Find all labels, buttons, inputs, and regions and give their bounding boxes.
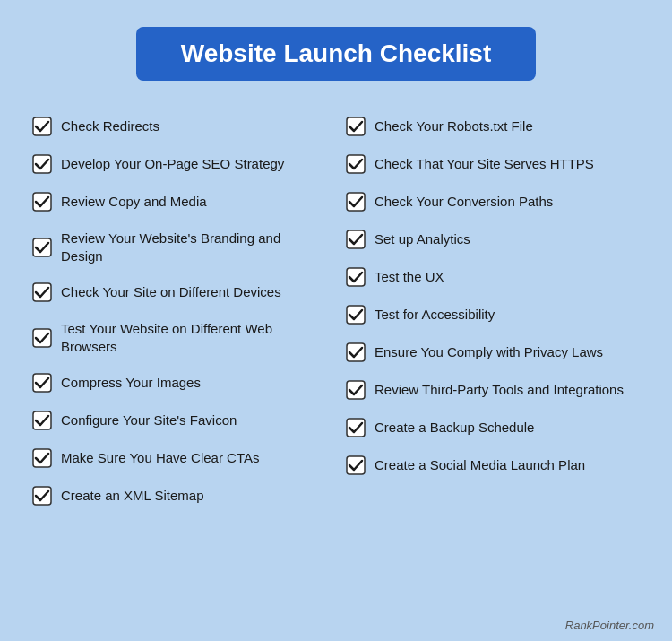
list-item: Test Your Website on Different Web Brows… <box>27 311 332 364</box>
list-item: Test for Accessibility <box>340 296 645 333</box>
checklist-container: Check Redirects Develop Your On-Page SEO… <box>0 99 672 515</box>
item-label: Create an XML Sitemap <box>61 487 204 505</box>
footer-label: RankPointer.com <box>565 619 654 632</box>
item-label: Test Your Website on Different Web Brows… <box>61 320 326 355</box>
item-label: Review Your Website's Branding and Desig… <box>61 230 326 264</box>
item-label: Ensure You Comply with Privacy Laws <box>375 343 603 361</box>
item-label: Check Redirects <box>61 117 159 135</box>
item-label: Review Copy and Media <box>61 193 207 211</box>
checkbox-icon <box>346 455 366 475</box>
right-column: Check Your Robots.txt File Check That Yo… <box>340 108 645 515</box>
item-label: Check Your Robots.txt File <box>375 117 533 135</box>
list-item: Review Third-Party Tools and Integration… <box>340 371 645 409</box>
checkbox-icon <box>32 373 52 393</box>
checkbox-icon <box>346 230 366 249</box>
left-column: Check Redirects Develop Your On-Page SEO… <box>27 108 332 515</box>
page-wrapper: Website Launch Checklist Check Redirects… <box>0 0 672 515</box>
checkbox-icon <box>32 117 52 136</box>
checkbox-icon <box>346 342 366 362</box>
list-item: Check Redirects <box>27 108 332 145</box>
checkbox-icon <box>346 380 366 400</box>
checkbox-icon <box>32 282 52 302</box>
title-box: Website Launch Checklist <box>136 27 536 81</box>
page-title: Website Launch Checklist <box>181 39 491 67</box>
checkbox-icon <box>32 486 52 506</box>
list-item: Compress Your Images <box>27 364 332 402</box>
list-item: Check That Your Site Serves HTTPS <box>340 145 645 183</box>
checkbox-icon <box>32 411 52 430</box>
list-item: Create a Social Media Launch Plan <box>340 446 645 484</box>
item-label: Check Your Conversion Paths <box>375 193 553 211</box>
checkbox-icon <box>32 448 52 468</box>
checkbox-icon <box>32 238 52 257</box>
checkbox-icon <box>346 418 366 437</box>
header-container: Website Launch Checklist <box>0 0 672 99</box>
list-item: Develop Your On-Page SEO Strategy <box>27 145 332 183</box>
checkbox-icon <box>346 305 366 325</box>
list-item: Check Your Robots.txt File <box>340 108 645 145</box>
list-item: Check Your Site on Different Devices <box>27 273 332 311</box>
item-label: Develop Your On-Page SEO Strategy <box>61 155 284 173</box>
list-item: Review Your Website's Branding and Desig… <box>27 221 332 273</box>
checkbox-icon <box>346 267 366 287</box>
item-label: Compress Your Images <box>61 374 201 392</box>
checkbox-icon <box>32 192 52 212</box>
item-label: Configure Your Site's Favicon <box>61 411 237 429</box>
item-label: Test the UX <box>375 268 444 286</box>
list-item: Review Copy and Media <box>27 183 332 221</box>
list-item: Make Sure You Have Clear CTAs <box>27 439 332 477</box>
checkbox-icon <box>346 117 366 136</box>
list-item: Create an XML Sitemap <box>27 477 332 515</box>
item-label: Set up Analytics <box>375 230 470 248</box>
list-item: Set up Analytics <box>340 221 645 258</box>
checkbox-icon <box>346 154 366 174</box>
checkbox-icon <box>32 154 52 174</box>
list-item: Test the UX <box>340 258 645 296</box>
item-label: Create a Social Media Launch Plan <box>375 456 585 474</box>
list-item: Create a Backup Schedule <box>340 409 645 446</box>
item-label: Check That Your Site Serves HTTPS <box>375 155 594 173</box>
item-label: Check Your Site on Different Devices <box>61 283 281 301</box>
item-label: Make Sure You Have Clear CTAs <box>61 449 260 467</box>
item-label: Test for Accessibility <box>375 306 495 324</box>
item-label: Create a Backup Schedule <box>375 419 534 437</box>
list-item: Ensure You Comply with Privacy Laws <box>340 333 645 371</box>
list-item: Check Your Conversion Paths <box>340 183 645 221</box>
checkbox-icon <box>32 328 52 348</box>
checkbox-icon <box>346 192 366 212</box>
item-label: Review Third-Party Tools and Integration… <box>375 381 624 399</box>
list-item: Configure Your Site's Favicon <box>27 402 332 439</box>
